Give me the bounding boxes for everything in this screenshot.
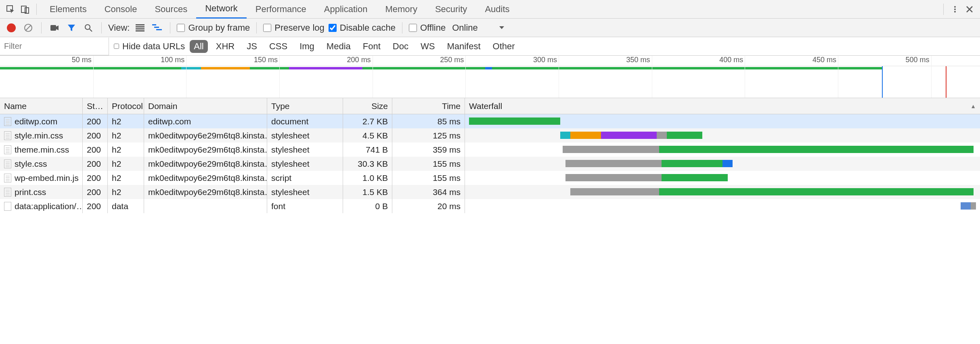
table-row[interactable]: wp-embed.min.js200h2mk0editwpoy6e29m6tq8…: [0, 171, 980, 185]
cell-waterfall: [465, 199, 980, 213]
inspect-icon[interactable]: [3, 2, 18, 17]
filter-type-ws[interactable]: WS: [417, 40, 439, 53]
col-status[interactable]: St…: [83, 98, 108, 114]
cell-protocol: h2: [108, 114, 144, 128]
cell-status: 200: [83, 157, 108, 171]
cell-name: data:application/…: [0, 199, 83, 213]
tab-application[interactable]: Application: [315, 0, 377, 19]
hide-data-urls-checkbox[interactable]: Hide data URLs: [114, 41, 185, 52]
filter-type-all[interactable]: All: [190, 40, 207, 53]
throttle-select[interactable]: Online: [450, 23, 480, 33]
waterfall-segment: [570, 188, 659, 195]
offline-checkbox[interactable]: Offline: [409, 23, 446, 33]
waterfall-segment: [659, 146, 974, 153]
preserve-log-checkbox[interactable]: Preserve log: [263, 23, 325, 33]
col-domain[interactable]: Domain: [144, 98, 267, 114]
filter-type-other[interactable]: Other: [489, 40, 519, 53]
table-row[interactable]: editwp.com200h2editwp.comdocument2.7 KB8…: [0, 114, 980, 128]
tab-security[interactable]: Security: [426, 0, 476, 19]
filter-type-img[interactable]: Img: [295, 40, 318, 53]
filter-input[interactable]: [0, 38, 109, 55]
tick-label: 50 ms: [72, 56, 93, 64]
tab-performance[interactable]: Performance: [247, 0, 315, 19]
tick-label: 500 ms: [906, 56, 931, 64]
filter-icon[interactable]: [65, 21, 78, 34]
cell-name: print.css: [0, 185, 83, 199]
overview-segment: [485, 67, 492, 69]
table-row[interactable]: data:application/…200datafont0 B20 ms: [0, 199, 980, 213]
camera-icon[interactable]: [48, 21, 61, 34]
cell-type: font: [267, 199, 343, 213]
filter-type-css[interactable]: CSS: [265, 40, 291, 53]
tick-line: [93, 56, 94, 98]
col-waterfall[interactable]: Waterfall: [465, 98, 980, 114]
record-button[interactable]: [5, 21, 18, 34]
cell-status: 200: [83, 128, 108, 143]
filter-type-xhr[interactable]: XHR: [212, 40, 239, 53]
group-by-frame-checkbox[interactable]: Group by frame: [177, 23, 250, 33]
filter-type-manifest[interactable]: Manifest: [443, 40, 484, 53]
cell-domain: mk0editwpoy6e29m6tq8.kinsta…: [144, 185, 267, 199]
file-icon: [4, 174, 11, 182]
cell-time: 85 ms: [392, 114, 465, 128]
disable-cache-checkbox[interactable]: Disable cache: [329, 23, 396, 33]
tick-line: [559, 56, 559, 98]
svg-point-3: [954, 6, 956, 8]
waterfall-segment: [662, 160, 722, 167]
tab-sources[interactable]: Sources: [146, 0, 196, 19]
col-size[interactable]: Size: [343, 98, 392, 114]
cell-status: 200: [83, 185, 108, 199]
tab-memory[interactable]: Memory: [376, 0, 426, 19]
filter-type-doc[interactable]: Doc: [389, 40, 413, 53]
col-name[interactable]: Name: [0, 98, 83, 114]
cell-waterfall: [465, 157, 980, 171]
tick-label: 300 ms: [533, 56, 559, 64]
table-row[interactable]: style.css200h2mk0editwpoy6e29m6tq8.kinst…: [0, 157, 980, 171]
file-icon: [4, 131, 11, 140]
close-icon[interactable]: [962, 2, 977, 17]
tab-network[interactable]: Network: [196, 0, 247, 19]
table-row[interactable]: theme.min.css200h2mk0editwpoy6e29m6tq8.k…: [0, 143, 980, 157]
cell-protocol: h2: [108, 157, 144, 171]
divider: [36, 4, 37, 15]
col-time[interactable]: Time: [392, 98, 465, 114]
timeline-overview[interactable]: 50 ms100 ms150 ms200 ms250 ms300 ms350 m…: [0, 56, 980, 98]
tab-elements[interactable]: Elements: [41, 0, 96, 19]
tick-line: [465, 56, 466, 98]
waterfall-segment: [662, 174, 727, 181]
tab-console[interactable]: Console: [96, 0, 146, 19]
overview-segment: [250, 67, 289, 69]
clear-icon[interactable]: [22, 21, 35, 34]
tab-audits[interactable]: Audits: [476, 0, 518, 19]
tick-label: 350 ms: [626, 56, 652, 64]
filter-type-media[interactable]: Media: [322, 40, 355, 53]
tick-line: [838, 56, 838, 98]
tick-line: [652, 56, 652, 98]
waterfall-segment: [601, 132, 657, 139]
cell-domain: mk0editwpoy6e29m6tq8.kinsta…: [144, 128, 267, 143]
large-rows-icon[interactable]: [134, 21, 147, 34]
cell-type: stylesheet: [267, 128, 343, 143]
kebab-menu-icon[interactable]: [948, 2, 962, 17]
overview-segment: [289, 67, 362, 69]
svg-rect-10: [136, 26, 144, 27]
device-toggle-icon[interactable]: [18, 2, 32, 17]
waterfall-view-icon[interactable]: [151, 21, 163, 34]
cell-waterfall: [465, 128, 980, 143]
filter-type-js[interactable]: JS: [243, 40, 261, 53]
table-row[interactable]: style.min.css200h2mk0editwpoy6e29m6tq8.k…: [0, 128, 980, 143]
col-protocol[interactable]: Protocol: [108, 98, 144, 114]
waterfall-segment: [961, 202, 971, 210]
cell-status: 200: [83, 143, 108, 157]
cell-name: style.css: [0, 157, 83, 171]
cell-type: script: [267, 171, 343, 185]
throttle-dropdown-icon[interactable]: [484, 21, 505, 34]
waterfall-segment: [565, 160, 662, 167]
divider: [256, 22, 257, 34]
table-row[interactable]: print.css200h2mk0editwpoy6e29m6tq8.kinst…: [0, 185, 980, 199]
col-type[interactable]: Type: [267, 98, 343, 114]
filter-type-font[interactable]: Font: [359, 40, 385, 53]
divider: [41, 22, 42, 34]
search-icon[interactable]: [82, 21, 95, 34]
waterfall-segment: [659, 188, 974, 195]
